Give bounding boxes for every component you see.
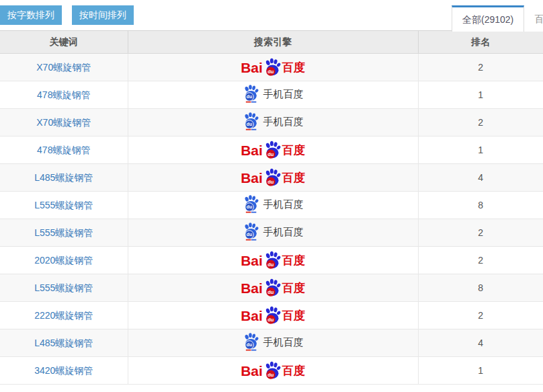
- baidu-logo-cn-text: 百度: [282, 172, 305, 184]
- rank-cell: 2: [418, 247, 543, 274]
- engine-cell: Bai du 百度: [128, 247, 418, 274]
- mobile-du-text: du: [246, 204, 251, 209]
- tab-all[interactable]: 全部(29102): [452, 5, 524, 32]
- keyword-cell: L485螺旋钢管: [0, 164, 128, 192]
- rank-cell: 1: [418, 136, 543, 164]
- engine-cell: du 手机百度: [128, 81, 418, 109]
- keyword-cell: 478螺旋钢管: [0, 81, 128, 109]
- table-row: L555螺旋钢管 du 手机百度: [0, 219, 543, 247]
- engine-baidu-mobile: du 手机百度: [243, 222, 304, 241]
- keyword-link[interactable]: 2220螺旋钢管: [34, 310, 93, 321]
- rank-cell: 1: [418, 81, 543, 109]
- keyword-cell: L555螺旋钢管: [0, 219, 128, 247]
- mobile-baidu-icon: du: [243, 222, 259, 241]
- keyword-link[interactable]: L555螺旋钢管: [34, 282, 93, 293]
- baidu-paw-icon: du: [263, 251, 282, 270]
- baidu-paw-icon: du: [263, 58, 282, 77]
- keyword-link[interactable]: 478螺旋钢管: [37, 89, 90, 100]
- keyword-cell: 2020螺旋钢管: [0, 247, 128, 274]
- sort-by-time-button[interactable]: 按时间排列: [72, 5, 134, 25]
- keyword-link[interactable]: X70螺旋钢管: [36, 117, 91, 128]
- table-row: L555螺旋钢管 du 手机百度: [0, 192, 543, 219]
- rank-value: 2: [478, 255, 483, 266]
- baidu-logo-cn-text: 百度: [282, 310, 305, 321]
- engine-baidu-pc: Bai du 百度: [241, 306, 305, 325]
- table-row: X70螺旋钢管 Bai du 百度: [0, 54, 543, 81]
- table-row: 478螺旋钢管 du 手机百度: [0, 81, 543, 109]
- baidu-du-text: du: [267, 371, 274, 377]
- rank-value: 8: [478, 282, 483, 293]
- rank-cell: 2: [418, 302, 543, 329]
- mobile-baidu-label: 手机百度: [263, 116, 304, 126]
- engine-baidu-pc: Bai du 百度: [241, 168, 305, 188]
- mobile-du-text: du: [246, 94, 251, 99]
- engine-cell: du 手机百度: [128, 219, 418, 247]
- table-row: 2220螺旋钢管 Bai du 百度: [0, 302, 543, 329]
- rank-value: 2: [478, 227, 483, 238]
- engine-baidu-mobile: du 手机百度: [243, 332, 304, 352]
- baidu-du-text: du: [267, 68, 274, 74]
- engine-cell: Bai du 百度: [128, 302, 418, 329]
- keyword-link[interactable]: L485螺旋钢管: [34, 172, 93, 183]
- mobile-baidu-icon: du: [243, 84, 259, 104]
- mobile-du-text: du: [246, 122, 251, 126]
- keyword-cell: X70螺旋钢管: [0, 109, 128, 136]
- baidu-du-text: du: [267, 151, 274, 157]
- keyword-link[interactable]: 2020螺旋钢管: [34, 255, 93, 266]
- table-row: 2020螺旋钢管 Bai du 百度: [0, 247, 543, 274]
- mobile-du-text: du: [246, 232, 251, 237]
- baidu-paw-icon: du: [263, 361, 282, 381]
- tab-baidu[interactable]: 百度: [524, 5, 543, 32]
- engine-baidu-mobile: du 手机百度: [243, 84, 304, 104]
- keyword-link[interactable]: X70螺旋钢管: [36, 62, 91, 73]
- table-row: X70螺旋钢管 du 手机百度: [0, 109, 543, 136]
- engine-filter-tabs: 全部(29102) 百度: [452, 5, 543, 32]
- engine-cell: Bai du 百度: [128, 54, 418, 81]
- mobile-baidu-label: 手机百度: [263, 89, 304, 99]
- keyword-link[interactable]: 478螺旋钢管: [37, 145, 90, 155]
- mobile-baidu-icon: du: [243, 332, 259, 352]
- keyword-cell: 478螺旋钢管: [0, 136, 128, 164]
- engine-cell: du 手机百度: [128, 109, 418, 136]
- rank-cell: 4: [418, 329, 543, 357]
- rank-cell: 2: [418, 219, 543, 247]
- table-body: X70螺旋钢管 Bai du 百度: [0, 54, 543, 385]
- keyword-link[interactable]: 3420螺旋钢管: [34, 365, 93, 376]
- baidu-logo-bai-text: Bai: [241, 364, 263, 378]
- table-row: 3420螺旋钢管 Bai du 百度: [0, 357, 543, 385]
- keyword-link[interactable]: L555螺旋钢管: [34, 200, 93, 210]
- mobile-baidu-icon: du: [243, 112, 259, 131]
- baidu-paw-icon: du: [263, 278, 282, 298]
- rank-value: 1: [478, 145, 483, 155]
- mobile-du-text: du: [246, 342, 251, 347]
- table-header-row: 关键词 搜索引擎 排名: [0, 31, 543, 54]
- engine-baidu-pc: Bai du 百度: [241, 141, 305, 160]
- keyword-cell: L485螺旋钢管: [0, 329, 128, 357]
- rank-value: 1: [478, 365, 483, 376]
- keyword-cell: X70螺旋钢管: [0, 54, 128, 81]
- keyword-cell: L555螺旋钢管: [0, 192, 128, 219]
- keyword-cell: 3420螺旋钢管: [0, 357, 128, 385]
- keyword-link[interactable]: L555螺旋钢管: [34, 227, 93, 238]
- baidu-logo-cn-text: 百度: [282, 255, 305, 266]
- baidu-paw-icon: du: [263, 306, 282, 325]
- baidu-logo-bai-text: Bai: [241, 281, 263, 295]
- baidu-logo-cn-text: 百度: [282, 282, 305, 294]
- baidu-paw-icon: du: [263, 168, 282, 188]
- mobile-baidu-icon: du: [243, 194, 259, 214]
- mobile-baidu-label: 手机百度: [263, 227, 304, 237]
- header-keyword: 关键词: [0, 31, 128, 54]
- table-row: L485螺旋钢管 du 手机百度: [0, 329, 543, 357]
- rank-value: 2: [478, 62, 483, 73]
- engine-cell: Bai du 百度: [128, 136, 418, 164]
- sort-by-wordcount-button[interactable]: 按字数排列: [0, 5, 62, 25]
- keyword-rank-table: 关键词 搜索引擎 排名 X70螺旋钢管 Bai: [0, 30, 543, 385]
- baidu-logo-bai-text: Bai: [241, 143, 263, 157]
- keyword-link[interactable]: L485螺旋钢管: [34, 338, 93, 348]
- baidu-logo-bai-text: Bai: [241, 309, 263, 323]
- engine-cell: Bai du 百度: [128, 274, 418, 302]
- baidu-du-text: du: [267, 178, 274, 184]
- engine-baidu-pc: Bai du 百度: [241, 251, 305, 270]
- baidu-du-text: du: [267, 261, 274, 267]
- baidu-du-text: du: [267, 288, 274, 295]
